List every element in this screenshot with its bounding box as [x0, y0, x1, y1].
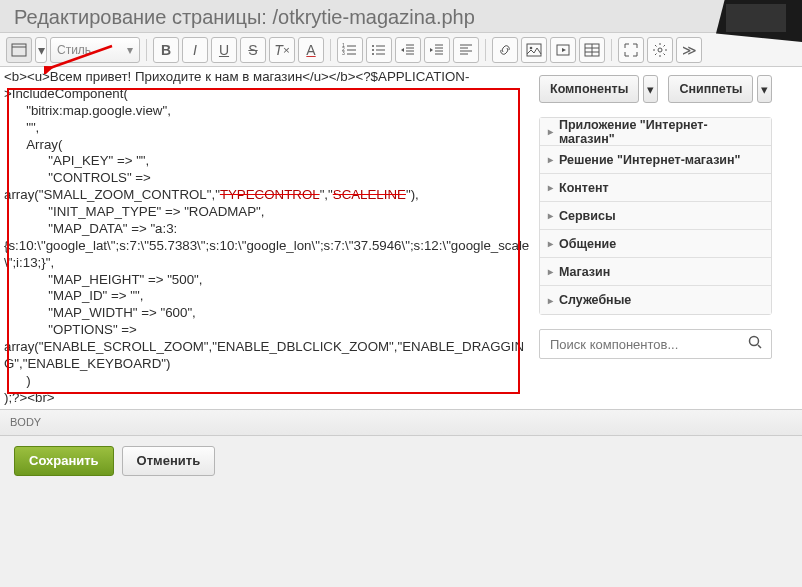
editor-toolbar: ▾ Стиль ▾ B I U S T× A 123 ≫ [0, 33, 802, 67]
source-mode-dropdown[interactable]: ▾ [35, 37, 47, 63]
text-color-button[interactable]: A [298, 37, 324, 63]
unordered-list-button[interactable] [366, 37, 392, 63]
svg-point-5 [372, 49, 374, 51]
italic-button[interactable]: I [182, 37, 208, 63]
outdent-button[interactable] [395, 37, 421, 63]
status-body-tag[interactable]: BODY [10, 416, 41, 428]
components-button[interactable]: Компоненты [539, 75, 639, 103]
snippets-dropdown[interactable]: ▾ [757, 75, 772, 103]
components-accordion: ▸Приложение "Интернет-магазин" ▸Решение … [539, 117, 772, 315]
caret-right-icon: ▸ [548, 182, 553, 193]
table-button[interactable] [579, 37, 605, 63]
chevron-down-icon: ▾ [127, 43, 133, 57]
svg-point-6 [372, 53, 374, 55]
source-mode-button[interactable] [6, 37, 32, 63]
caret-right-icon: ▸ [548, 238, 553, 249]
svg-rect-0 [12, 44, 26, 56]
clear-format-button[interactable]: T× [269, 37, 295, 63]
search-icon[interactable] [747, 334, 763, 354]
cancel-button[interactable]: Отменить [122, 446, 216, 476]
caret-right-icon: ▸ [548, 126, 553, 137]
save-button[interactable]: Сохранить [14, 446, 114, 476]
component-search-input[interactable] [548, 336, 747, 353]
caret-right-icon: ▸ [548, 266, 553, 277]
indent-button[interactable] [424, 37, 450, 63]
svg-point-8 [530, 46, 533, 49]
components-dropdown[interactable]: ▾ [643, 75, 658, 103]
settings-button[interactable] [647, 37, 673, 63]
acc-item-shop[interactable]: ▸Магазин [540, 258, 771, 286]
strike-button[interactable]: S [240, 37, 266, 63]
align-button[interactable] [453, 37, 479, 63]
image-button[interactable] [521, 37, 547, 63]
acc-item-content[interactable]: ▸Контент [540, 174, 771, 202]
video-button[interactable] [550, 37, 576, 63]
footer-buttons: Сохранить Отменить [0, 436, 802, 486]
more-button[interactable]: ≫ [676, 37, 702, 63]
code-editor[interactable]: <b><u>Всем привет! Приходите к нам в маг… [0, 67, 535, 409]
style-select[interactable]: Стиль ▾ [50, 37, 140, 63]
component-search[interactable] [539, 329, 772, 359]
svg-point-12 [750, 337, 759, 346]
svg-text:3: 3 [342, 50, 345, 56]
link-button[interactable] [492, 37, 518, 63]
snippets-button[interactable]: Сниппеты [668, 75, 753, 103]
bold-button[interactable]: B [153, 37, 179, 63]
caret-right-icon: ▸ [548, 154, 553, 165]
ordered-list-button[interactable]: 123 [337, 37, 363, 63]
page-title: Редактирование страницы: /otkrytie-magaz… [0, 0, 802, 33]
acc-item-solution-shop[interactable]: ▸Решение "Интернет-магазин" [540, 146, 771, 174]
style-select-label: Стиль [57, 43, 91, 57]
caret-right-icon: ▸ [548, 210, 553, 221]
acc-item-services[interactable]: ▸Сервисы [540, 202, 771, 230]
caret-right-icon: ▸ [548, 295, 553, 306]
acc-item-communication[interactable]: ▸Общение [540, 230, 771, 258]
underline-button[interactable]: U [211, 37, 237, 63]
acc-item-utility[interactable]: ▸Служебные [540, 286, 771, 314]
status-bar: BODY [0, 409, 802, 435]
side-panel: Компоненты ▾ Сниппеты ▾ ▸Приложение "Инт… [535, 67, 780, 409]
fullscreen-button[interactable] [618, 37, 644, 63]
svg-point-11 [658, 48, 662, 52]
acc-item-app-shop[interactable]: ▸Приложение "Интернет-магазин" [540, 118, 771, 146]
svg-point-4 [372, 45, 374, 47]
code-text: <b><u>Всем привет! Приходите к нам в маг… [4, 69, 531, 407]
